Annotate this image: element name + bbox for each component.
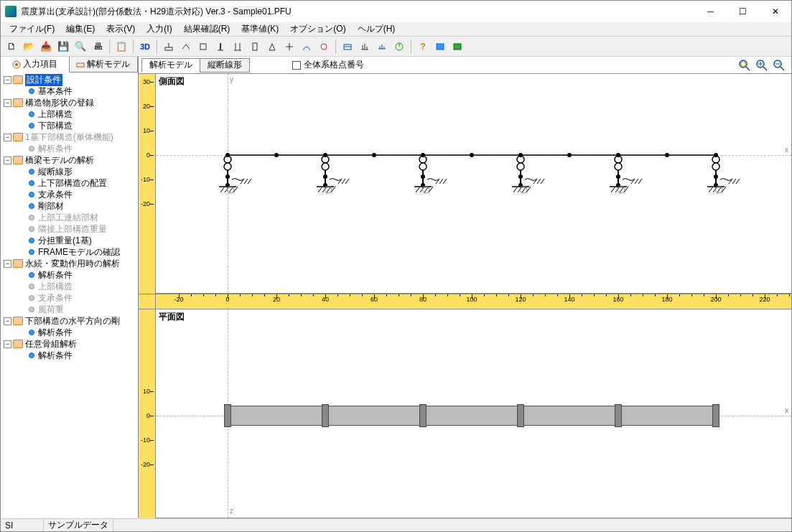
tab-input-items[interactable]: 入力項目 (1, 57, 70, 73)
expander-icon[interactable]: − (4, 340, 11, 348)
print-preview-icon[interactable]: 🔍 (73, 39, 88, 55)
checkbox-node-numbers[interactable]: 全体系格点番号 (292, 59, 364, 71)
tree-item[interactable]: 支承条件 (38, 292, 73, 304)
dot-icon (29, 111, 34, 117)
tool-icon-8[interactable] (281, 39, 297, 55)
dot-icon (29, 88, 34, 94)
tool-icon-7[interactable] (264, 39, 280, 55)
svg-line-54 (244, 179, 248, 184)
svg-line-109 (620, 187, 624, 192)
menu-view[interactable]: 表示(V) (101, 22, 141, 37)
svg-line-107 (611, 187, 615, 192)
svg-point-60 (323, 174, 327, 179)
tree-item[interactable]: 下部構造 (38, 120, 73, 132)
menu-option[interactable]: オプション(O) (284, 22, 351, 37)
tree-item-horizontal[interactable]: 下部構造の水平方向の剛 (25, 315, 120, 327)
tool-icon-4[interactable] (213, 39, 228, 55)
tool-icon-6[interactable] (247, 39, 263, 55)
tree-item[interactable]: 支承条件 (38, 189, 73, 201)
tool-icon-2[interactable] (178, 39, 194, 55)
dot-icon (29, 226, 34, 232)
tool-icon-13[interactable] (374, 39, 390, 55)
tree-item[interactable]: 解析条件 (38, 143, 73, 155)
tree-item[interactable]: 剛部材 (38, 200, 64, 213)
menu-input[interactable]: 入力(I) (141, 22, 177, 37)
close-button[interactable]: ✕ (759, 1, 791, 22)
tool-icon-14[interactable] (391, 39, 407, 55)
tool-icon-11[interactable] (340, 39, 355, 55)
checkbox-label: 全体系格点番号 (304, 59, 364, 71)
canvas-tab-profile[interactable]: 縦断線形 (200, 58, 250, 73)
tree-item-single[interactable]: 1基下部構造(単体機能) (25, 131, 113, 144)
3d-button[interactable]: 3D (137, 39, 153, 55)
svg-point-42 (224, 163, 231, 170)
canvas-side-view[interactable]: 側面図 y x (156, 74, 791, 294)
expander-icon[interactable]: − (4, 317, 11, 325)
tree-item[interactable]: 上部構造 (38, 108, 73, 121)
canvas-tab-model[interactable]: 解析モデル (141, 58, 200, 73)
expander-icon[interactable]: − (4, 260, 11, 268)
tool-icon-5[interactable] (230, 39, 246, 55)
svg-line-114 (635, 179, 638, 184)
maximize-button[interactable]: ☐ (727, 1, 759, 22)
menu-file[interactable]: ファイル(F) (4, 22, 60, 37)
expander-icon[interactable]: − (4, 99, 11, 107)
zoom-out-icon[interactable] (773, 59, 786, 72)
save-icon[interactable]: 📥 (38, 39, 54, 55)
svg-rect-20 (437, 44, 444, 50)
menu-edit[interactable]: 編集(E) (60, 22, 101, 37)
print-icon[interactable]: 🖶 (90, 39, 106, 55)
side-view-diagram (156, 74, 791, 293)
dot-icon (29, 307, 34, 312)
paste-icon[interactable]: 📋 (113, 39, 129, 55)
tool-icon-12[interactable] (357, 39, 373, 55)
expander-icon[interactable]: − (4, 76, 11, 84)
vertical-ruler: 3020100-10-20 (139, 74, 156, 294)
tool-icon-16[interactable] (449, 39, 465, 55)
svg-line-128 (729, 179, 732, 184)
tree-item-structure-reg[interactable]: 構造物形状の登録 (25, 97, 94, 109)
tree-item-design-cond[interactable]: 設計条件 (25, 74, 62, 86)
menu-standard[interactable]: 基準値(K) (236, 22, 284, 37)
tab-analysis-model[interactable]: 解析モデル (70, 57, 139, 72)
tool-icon-15[interactable] (432, 39, 448, 55)
dot-icon (29, 249, 34, 255)
checkbox-icon[interactable] (292, 61, 301, 70)
horizontal-ruler: -20020406080100120140160180200220 (156, 294, 791, 309)
help-icon[interactable]: ? (415, 39, 431, 55)
tree-item[interactable]: 上部構造 (38, 281, 73, 293)
tree-item[interactable]: FRAMEモデルの確認 (38, 246, 120, 258)
svg-point-58 (323, 153, 327, 157)
menu-result[interactable]: 結果確認(R) (178, 22, 236, 37)
tree-item[interactable]: 基本条件 (38, 85, 73, 98)
tree-item[interactable]: 縦断線形 (38, 166, 73, 178)
tree-item[interactable]: 解析条件 (38, 327, 73, 339)
tree-item[interactable]: 隣接上部構造重量 (38, 223, 107, 235)
tree-item-arbitrary[interactable]: 任意骨組解析 (25, 338, 77, 350)
tree-item[interactable]: 風荷重 (38, 304, 64, 316)
zoom-fit-icon[interactable] (738, 59, 751, 72)
tree-item-persistent[interactable]: 永続・変動作用時の解析 (25, 258, 120, 270)
zoom-in-icon[interactable] (755, 59, 768, 72)
open-icon[interactable]: 📂 (21, 39, 37, 55)
tree-item[interactable]: 上下部構造の配置 (38, 177, 107, 190)
tool-icon-1[interactable] (161, 39, 177, 55)
tree-item[interactable]: 分担重量(1基) (38, 235, 92, 247)
save-as-icon[interactable]: 💾 (55, 39, 71, 55)
tree-view[interactable]: −設計条件 基本条件 −構造物形状の登録 上部構造 下部構造 −1基下部構造(単… (1, 73, 138, 518)
minimize-button[interactable]: ─ (694, 1, 727, 22)
new-icon[interactable]: 🗋 (4, 39, 19, 55)
svg-line-55 (248, 179, 251, 184)
tree-item[interactable]: 解析条件 (38, 350, 73, 362)
tree-item-bridge-model[interactable]: 橋梁モデルの解析 (25, 154, 94, 167)
menu-help[interactable]: ヘルプ(H) (352, 22, 401, 37)
expander-icon[interactable]: − (4, 157, 11, 164)
tool-icon-9[interactable] (299, 39, 315, 55)
tree-item[interactable]: 解析条件 (38, 269, 73, 281)
tool-icon-10[interactable] (316, 39, 332, 55)
tool-icon-3[interactable] (195, 39, 211, 55)
svg-point-90 (518, 174, 523, 179)
expander-icon[interactable]: − (4, 134, 11, 141)
tree-item[interactable]: 上部工連結部材 (38, 212, 98, 224)
canvas-plan-view[interactable]: 平面図 x z (156, 309, 791, 518)
